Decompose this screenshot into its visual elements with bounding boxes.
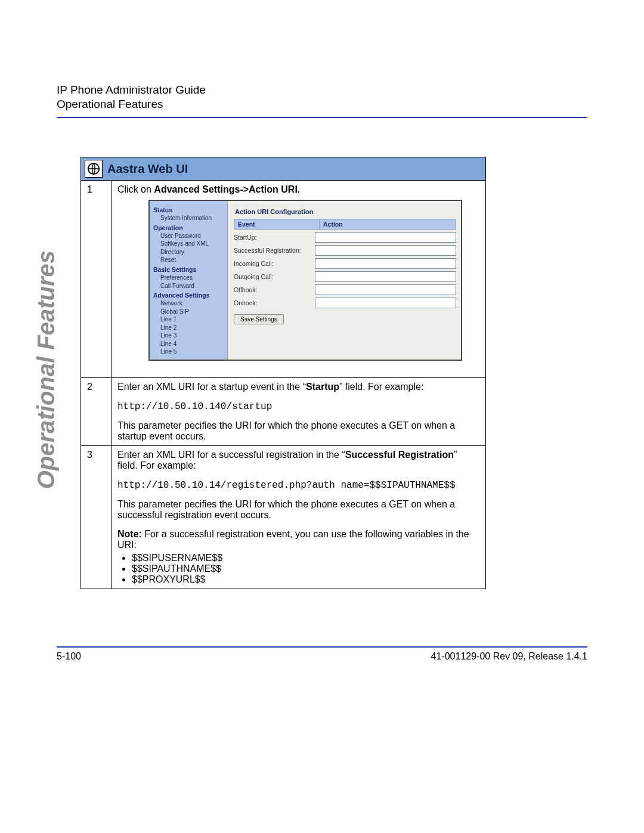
s3-note-text: For a successful registration event, you… — [117, 529, 469, 550]
row-offhook-input[interactable] — [315, 284, 456, 295]
row-onhook-label: Onhook: — [234, 299, 315, 306]
step-3-num: 3 — [81, 445, 112, 589]
row-offhook-label: Offhook: — [234, 286, 315, 293]
step-3-row: 3 Enter an XML URI for a successful regi… — [81, 445, 486, 589]
s2-desc: This parameter pecifies the URI for whic… — [117, 420, 479, 442]
step-2-num: 2 — [81, 377, 112, 445]
header-rule — [57, 117, 587, 118]
step-1-pretext: Click on — [117, 184, 154, 194]
step-1-bold: Advanced Settings->Action URI. — [154, 184, 300, 194]
footer-page-number: 5-100 — [57, 651, 81, 662]
sidebar-item-directory[interactable]: Directory — [153, 248, 224, 256]
s3-desc: This parameter pecifies the URI for whic… — [117, 499, 479, 521]
s3-var-3: $$PROXYURL$$ — [132, 574, 479, 585]
sidebar-item-line4[interactable]: Line 4 — [153, 340, 224, 348]
col-action: Action — [320, 219, 456, 229]
sidebar-item-call-forward[interactable]: Call Forward — [153, 282, 224, 290]
row-startup-label: StartUp: — [234, 234, 315, 241]
footer-doc-id: 41-001129-00 Rev 09, Release 1.4.1 — [431, 651, 587, 662]
step-1-body: Click on Advanced Settings->Action URI. … — [112, 181, 486, 378]
row-successreg-label: Successful Registration: — [234, 247, 315, 254]
s2-text-post: ” field. For example: — [339, 382, 423, 392]
row-successreg-input[interactable] — [315, 245, 456, 256]
config-title: Action URI Configuration — [234, 206, 456, 219]
sidebar-item-softkeys-xml[interactable]: Softkeys and XML — [153, 240, 224, 248]
s3-var-1: $$SIPUSERNAME$$ — [132, 553, 479, 563]
row-incoming-label: Incoming Call: — [234, 260, 315, 267]
s2-text-bold: Startup — [306, 382, 339, 392]
row-outgoing-label: Outgoing Call: — [234, 273, 315, 280]
procedure-table: Aastra Web UI 1 Click on Advanced Settin… — [80, 157, 486, 589]
sidebar-item-reset[interactable]: Reset — [153, 256, 224, 264]
step-2-row: 2 Enter an XML URI for a startup event i… — [81, 377, 486, 445]
sidebar-item-user-password[interactable]: User Password — [153, 232, 224, 240]
procedure-banner-text: Aastra Web UI — [107, 162, 188, 176]
globe-icon — [85, 160, 103, 178]
web-ui-screenshot: Status System Information Operation User… — [148, 200, 462, 361]
procedure-banner-cell: Aastra Web UI — [81, 157, 486, 181]
sidebar-item-line3[interactable]: Line 3 — [153, 332, 224, 340]
step-1-row: 1 Click on Advanced Settings->Action URI… — [81, 181, 486, 378]
s3-text-bold: Successful Registration — [345, 450, 454, 460]
s2-text-pre: Enter an XML URI for a startup event in … — [117, 382, 306, 392]
sidebar-item-preferences[interactable]: Preferences — [153, 274, 224, 282]
header-title: IP Phone Administrator Guide — [57, 83, 587, 97]
sidebar-item-sysinfo[interactable]: System Information — [153, 214, 224, 222]
step-3-body: Enter an XML URI for a successful regist… — [112, 445, 486, 589]
sidebar-group-basic: Basic Settings — [153, 265, 224, 274]
sidebar-group-status: Status — [153, 206, 224, 214]
sidebar-item-line1[interactable]: Line 1 — [153, 315, 224, 324]
side-chapter-label: Operational Features — [33, 250, 60, 489]
row-outgoing-input[interactable] — [315, 271, 456, 282]
sidebar-item-line2[interactable]: Line 2 — [153, 324, 224, 332]
s3-text-pre: Enter an XML URI for a successful regist… — [117, 450, 345, 460]
config-panel: Action URI Configuration Event Action St… — [228, 201, 461, 360]
footer-rule — [57, 646, 587, 648]
s3-code: http://10.50.10.14/registered.php?auth n… — [117, 480, 456, 491]
col-event: Event — [234, 219, 320, 229]
sidebar-item-line5[interactable]: Line 5 — [153, 348, 224, 356]
sidebar-item-global-sip[interactable]: Global SIP — [153, 308, 224, 316]
row-startup-input[interactable] — [315, 232, 456, 243]
s2-code: http://10.50.10.140/startup — [117, 401, 272, 412]
s3-var-2: $$SIPAUTHNAME$$ — [132, 563, 479, 574]
s3-note-bold: Note: — [117, 529, 142, 539]
step-1-num: 1 — [81, 181, 112, 378]
header-section: Operational Features — [57, 98, 587, 111]
sidebar-item-network[interactable]: Network — [153, 299, 224, 308]
row-incoming-input[interactable] — [315, 258, 456, 269]
row-onhook-input[interactable] — [315, 298, 456, 308]
config-header: Event Action — [234, 219, 456, 230]
sidebar-group-advanced: Advanced Settings — [153, 291, 224, 299]
s3-var-list: $$SIPUSERNAME$$ $$SIPAUTHNAME$$ $$PROXYU… — [121, 553, 479, 585]
sidebar-group-operation: Operation — [153, 224, 224, 232]
save-settings-button[interactable]: Save Settings — [234, 314, 284, 324]
step-2-body: Enter an XML URI for a startup event in … — [112, 377, 486, 445]
sidebar: Status System Information Operation User… — [150, 201, 228, 360]
